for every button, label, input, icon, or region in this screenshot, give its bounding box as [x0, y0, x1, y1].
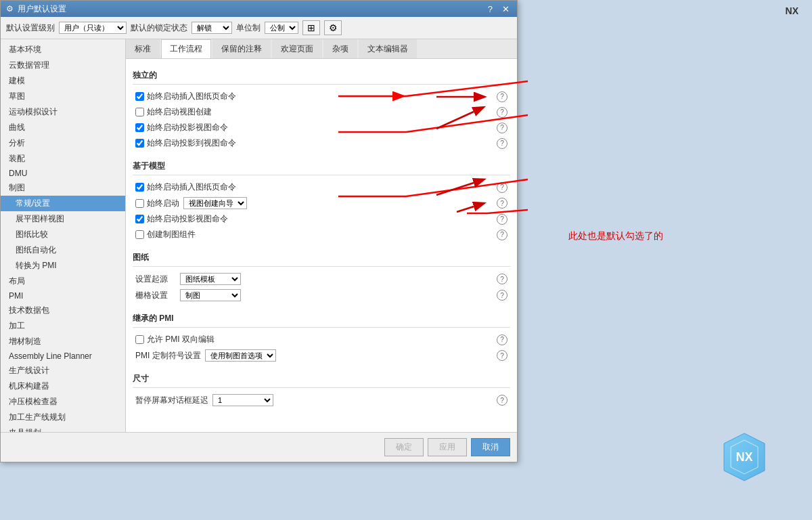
- sidebar-scroll: 基本环境云数据管理建模草图运动模拟设计曲线分析装配DMU制图常规/设置展平图样视…: [1, 39, 125, 432]
- section-header-model_based: 基于模型: [133, 156, 510, 175]
- form-row-cb-model_based-0: 始终启动插入图纸页命令?: [133, 179, 510, 195]
- cancel-button[interactable]: 取消: [471, 438, 510, 456]
- checkbox-label-model_based-2[interactable]: 始终启动投影视图命令: [135, 213, 228, 225]
- sidebar-item-17[interactable]: 技术数据包: [1, 303, 125, 318]
- sidebar-item-3[interactable]: 草图: [1, 89, 125, 104]
- tab-text_editor[interactable]: 文本编辑器: [359, 39, 417, 58]
- tab-workflow[interactable]: 工作流程: [161, 39, 211, 58]
- lock-select[interactable]: 解锁: [191, 22, 232, 34]
- inline-select-inherited_pmi-1[interactable]: 使用制图首选项: [205, 349, 276, 362]
- form-row-cb-model_based-2: 始终启动投影视图命令?: [133, 211, 510, 227]
- form-row-select-drawing-0: 设置起源图纸模板?: [133, 271, 510, 287]
- checkbox-label-standalone-0[interactable]: 始终启动插入图纸页命令: [135, 91, 236, 102]
- checkbox-label-inherited_pmi-0[interactable]: 允许 PMI 双向编辑: [135, 334, 215, 345]
- tab-welcome[interactable]: 欢迎页面: [272, 39, 322, 58]
- help-icon-standalone-2[interactable]: ?: [497, 123, 508, 133]
- help-icon-standalone-3[interactable]: ?: [497, 138, 508, 149]
- level-select[interactable]: 用户（只读）: [59, 22, 127, 34]
- checkbox-label-model_based-3[interactable]: 创建制图组件: [135, 229, 196, 240]
- checkbox-label-model_based-1[interactable]: 始终启动: [135, 198, 179, 209]
- help-icon-model_based-0[interactable]: ?: [497, 182, 508, 193]
- checkbox-label-model_based-0[interactable]: 始终启动插入图纸页命令: [135, 181, 236, 193]
- row-label-0: 暂停屏幕对话框延迟: [135, 395, 208, 406]
- settings-icon-btn[interactable]: ⚙: [324, 20, 342, 35]
- form-row-cb-standalone-0: 始终启动插入图纸页命令?: [133, 89, 510, 104]
- help-icon-inherited_pmi-1[interactable]: ?: [497, 350, 508, 361]
- help-icon-drawing-0[interactable]: ?: [497, 274, 508, 284]
- form-row-cb-inherited_pmi-0: 允许 PMI 双向编辑?: [133, 332, 510, 347]
- checkbox-model_based-0[interactable]: [135, 183, 144, 192]
- section-header-inherited_pmi: 继承的 PMI: [133, 309, 510, 328]
- form-row-cb-standalone-3: 始终启动投影到视图命令?: [133, 135, 510, 151]
- sidebar-item-22[interactable]: 机床构建器: [1, 378, 125, 394]
- tab-standard[interactable]: 标准: [126, 39, 160, 58]
- template-icon-btn[interactable]: ⊞: [302, 20, 320, 35]
- checkbox-standalone-1[interactable]: [135, 108, 144, 116]
- checkbox-inherited_pmi-0[interactable]: [135, 335, 144, 344]
- form-row-checkbox-select-model_based-1: 始终启动视图创建向导?: [133, 195, 510, 211]
- checkbox-standalone-2[interactable]: [135, 123, 144, 132]
- ok-button[interactable]: 确定: [384, 438, 424, 456]
- tab-misc[interactable]: 杂项: [323, 39, 357, 58]
- help-button[interactable]: ?: [486, 4, 495, 14]
- tab-content: 独立的始终启动插入图纸页命令?始终启动视图创建?始终启动投影视图命令?始终启动投…: [126, 59, 517, 432]
- close-button[interactable]: ✕: [500, 4, 512, 14]
- checkbox-model_based-1[interactable]: [135, 199, 144, 208]
- sidebar-item-5[interactable]: 曲线: [1, 120, 125, 135]
- help-icon-model_based-3[interactable]: ?: [497, 230, 508, 240]
- checkbox-model_based-3[interactable]: [135, 230, 144, 239]
- help-icon-standalone-0[interactable]: ?: [497, 91, 508, 102]
- unit-label: 单位制: [236, 22, 261, 34]
- help-icon-model_based-2[interactable]: ?: [497, 214, 508, 225]
- level-label: 默认设置级别: [6, 22, 55, 34]
- bottom-bar: 确定 应用 取消: [1, 432, 517, 462]
- title-bar-controls: ? ✕: [486, 4, 512, 14]
- content-area: 基本环境云数据管理建模草图运动模拟设计曲线分析装配DMU制图常规/设置展平图样视…: [1, 39, 517, 432]
- sidebar-item-18[interactable]: 加工: [1, 318, 125, 334]
- unit-select[interactable]: 公制: [265, 22, 298, 34]
- sidebar-item-14[interactable]: 转换为 PMI: [1, 258, 125, 274]
- sidebar-item-10[interactable]: 常规/设置: [1, 196, 125, 211]
- sidebar-item-16[interactable]: PMI: [1, 289, 125, 303]
- sidebar-item-20[interactable]: Assembly Line Planner: [1, 349, 125, 363]
- sidebar-item-11[interactable]: 展平图样视图: [1, 211, 125, 227]
- sidebar-item-7[interactable]: 装配: [1, 151, 125, 167]
- sidebar-item-4[interactable]: 运动模拟设计: [1, 104, 125, 120]
- inline-select-drawing-1[interactable]: 制图: [180, 289, 241, 301]
- dialog-title: 用户默认设置: [18, 3, 66, 15]
- sidebar-item-23[interactable]: 冲压模检查器: [1, 394, 125, 410]
- sidebar-item-6[interactable]: 分析: [1, 135, 125, 151]
- help-icon-dimensions-0[interactable]: ?: [497, 395, 508, 406]
- checkbox-standalone-3[interactable]: [135, 139, 144, 148]
- inline-select-drawing-0[interactable]: 图纸模板: [180, 273, 241, 285]
- form-row-select-drawing-1: 栅格设置制图?: [133, 287, 510, 303]
- sidebar-item-25[interactable]: 夹具规划: [1, 425, 125, 432]
- checkbox-standalone-0[interactable]: [135, 92, 144, 101]
- checkbox-model_based-2[interactable]: [135, 215, 144, 223]
- sidebar-item-15[interactable]: 布局: [1, 274, 125, 289]
- help-icon-inherited_pmi-0[interactable]: ?: [497, 334, 508, 345]
- sidebar-item-2[interactable]: 建模: [1, 73, 125, 89]
- checkbox-label-standalone-2[interactable]: 始终启动投影视图命令: [135, 122, 228, 133]
- checkbox-label-standalone-1[interactable]: 始终启动视图创建: [135, 106, 212, 118]
- sidebar-item-12[interactable]: 图纸比较: [1, 227, 125, 242]
- row-label-1: PMI 定制符号设置: [135, 350, 201, 362]
- help-icon-drawing-1[interactable]: ?: [497, 290, 508, 301]
- sidebar-item-0[interactable]: 基本环境: [1, 42, 125, 58]
- sidebar-item-8[interactable]: DMU: [1, 167, 125, 180]
- sidebar-item-21[interactable]: 生产线设计: [1, 363, 125, 378]
- checkbox-label-standalone-3[interactable]: 始终启动投影到视图命令: [135, 137, 236, 149]
- sidebar-item-1[interactable]: 云数据管理: [1, 58, 125, 73]
- sidebar-item-13[interactable]: 图纸自动化: [1, 242, 125, 258]
- sidebar-item-24[interactable]: 加工生产线规划: [1, 410, 125, 425]
- help-icon2-model_based-1[interactable]: ?: [497, 198, 508, 209]
- sidebar-item-9[interactable]: 制图: [1, 180, 125, 196]
- tab-saved_notes[interactable]: 保留的注释: [212, 39, 271, 58]
- nx-logo: NX: [717, 430, 771, 486]
- inline-select-dimensions-0[interactable]: 1: [212, 394, 273, 406]
- help-icon-standalone-1[interactable]: ?: [497, 107, 508, 118]
- toolbar-row: 默认设置级别 用户（只读） 默认的锁定状态 解锁 单位制 公制 ⊞ ⚙: [1, 17, 517, 39]
- sidebar-item-19[interactable]: 增材制造: [1, 334, 125, 349]
- apply-button[interactable]: 应用: [428, 438, 467, 456]
- inline-select2-model_based-1[interactable]: 视图创建向导: [183, 197, 247, 209]
